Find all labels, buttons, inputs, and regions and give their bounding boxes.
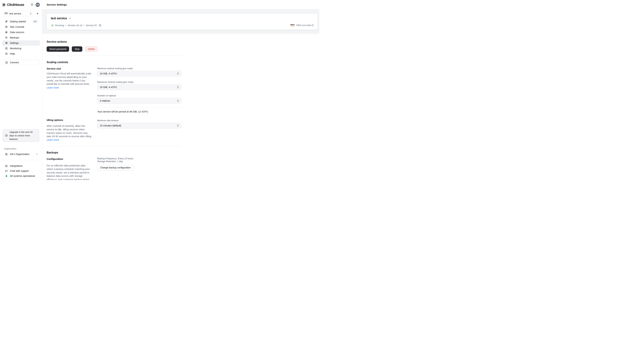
system-status-link[interactable]: All systems operational <box>2 173 40 178</box>
scaling-sub-divider <box>97 107 181 107</box>
reset-password-button[interactable]: Reset password <box>46 46 69 52</box>
min-scaling-value: 16 GiB, 4 vCPU <box>100 72 177 75</box>
service-size-description: ClickHouse Cloud will automatically scal… <box>46 72 92 86</box>
selected-service-name: test service <box>10 12 28 15</box>
max-scaling-value: 16 GiB, 4 vCPU <box>100 86 177 88</box>
system-status-label: All systems operational <box>10 175 35 177</box>
idle-timeout-value: 15 minutes (default) <box>100 124 177 127</box>
region-label: Ohio (us-east-2) <box>296 24 314 27</box>
connect-button[interactable]: Connect <box>3 60 39 65</box>
getting-started-progress-badge: 1/5 <box>32 20 38 23</box>
clickhouse-bars-icon <box>3 3 6 6</box>
history-icon <box>5 36 8 39</box>
user-avatar[interactable]: DA <box>36 3 40 7</box>
min-scaling-label: Minimum vertical scaling (per node) <box>97 67 181 70</box>
chevron-updown-icon <box>177 124 179 127</box>
upgrade-notice[interactable]: Upgrade in the next 30 days to unlock mo… <box>3 129 39 142</box>
chart-icon <box>5 47 8 50</box>
connect-label: Connect <box>10 61 19 64</box>
sidebar-item-label: SQL Console <box>10 26 24 28</box>
max-scaling-select[interactable]: 16 GiB, 4 vCPU <box>97 84 181 90</box>
sidebar-item-integrations[interactable]: Integrations <box>2 163 40 168</box>
pinned-summary: Your service will be pinned at 48 GiB, 1… <box>97 110 181 113</box>
organization-name: DA's Organization <box>10 153 29 155</box>
backup-frequency-text: Backup Frequency: Every 24 hours <box>97 157 181 160</box>
chat-bubble-icon <box>5 169 8 172</box>
brand-name: ClickHouse <box>7 3 24 7</box>
edit-pencil-icon[interactable] <box>68 17 71 20</box>
backup-description: For an effective data protection plan, s… <box>46 164 92 180</box>
scrollbar-gutter[interactable] <box>319 0 322 180</box>
delete-button[interactable]: Delete <box>85 46 98 52</box>
service-status-row: Running • Version 24.10 • Service ID <box>51 24 102 27</box>
service-card: test service Running • Version 24.10 • S… <box>46 14 318 30</box>
version-text: Version 24.10 <box>68 24 82 27</box>
chevron-right-icon <box>36 153 38 155</box>
aws-icon: aws <box>4 12 8 15</box>
storage-retention-text: Storage Retention: 1 day <box>97 160 181 163</box>
running-check-icon <box>51 24 54 27</box>
building-icon <box>5 153 8 155</box>
footer-item-label: Integrations <box>10 164 23 167</box>
notifications-bell-icon[interactable] <box>30 3 34 6</box>
max-scaling-label: Maximum vertical scaling (per node) <box>97 81 181 83</box>
status-green-dot-icon <box>6 175 7 177</box>
page-header: Service Settings <box>42 0 322 10</box>
sliders-icon <box>5 42 8 44</box>
data-sources-icon <box>5 31 8 34</box>
console-icon <box>5 26 8 28</box>
sidebar-item-monitoring[interactable]: Monitoring <box>2 46 40 51</box>
sidebar-item-backups[interactable]: Backups <box>2 35 40 40</box>
section-divider <box>46 146 181 146</box>
idling-learn-more-link[interactable]: Learn more <box>46 138 59 141</box>
backup-configuration-heading: Configuration <box>46 157 92 160</box>
idling-options-heading: Idling options <box>46 119 92 122</box>
service-selector[interactable]: aws test service <box>3 11 33 16</box>
chevron-updown-icon <box>30 12 32 15</box>
service-actions-heading: Service actions <box>46 40 181 44</box>
sidebar-item-settings[interactable]: Settings <box>2 40 40 46</box>
replicas-value: 3 replicas <box>100 99 177 102</box>
clock-icon <box>5 134 8 137</box>
footer-item-label: Chat with support <box>10 169 29 172</box>
page-title: Service Settings <box>46 3 67 6</box>
service-name: test service <box>51 17 67 20</box>
sidebar-item-chat-support[interactable]: Chat with support <box>2 168 40 173</box>
sidebar-footer: Integrations Chat with support All syste… <box>2 163 40 178</box>
organization-switcher[interactable]: DA's Organization <box>2 151 40 157</box>
region-info: aws Ohio (us-east-2) <box>290 24 314 27</box>
min-scaling-select[interactable]: 16 GiB, 4 vCPU <box>97 71 181 76</box>
chevron-updown-icon <box>177 99 179 102</box>
rocket-icon <box>5 20 8 23</box>
change-backup-configuration-button[interactable]: Change backup configuration <box>97 165 134 170</box>
sidebar-item-label: Monitoring <box>10 47 21 50</box>
chevron-updown-icon <box>177 86 179 88</box>
idling-description: After a period of inactivity, allow this… <box>46 124 92 142</box>
copy-icon[interactable] <box>99 24 102 27</box>
service-card-band: test service Running • Version 24.10 • S… <box>42 10 319 34</box>
upgrade-notice-text: Upgrade in the next 30 days to unlock mo… <box>10 130 38 141</box>
sidebar-item-label: Getting started <box>10 20 26 23</box>
idle-timeout-select[interactable]: 15 minutes (default) <box>97 123 181 128</box>
service-id-label: Service ID <box>86 24 97 27</box>
organization-section-label: Organization <box>4 147 16 150</box>
sidebar-nav: Getting started 1/5 SQL Console Data sou… <box>2 19 40 56</box>
connect-icon <box>5 61 8 64</box>
add-service-button[interactable] <box>36 12 40 16</box>
help-icon <box>5 52 8 55</box>
stop-button[interactable]: Stop <box>72 46 82 52</box>
aws-icon: aws <box>290 24 295 27</box>
sidebar-item-getting-started[interactable]: Getting started 1/5 <box>2 19 40 24</box>
clickhouse-logo[interactable]: ClickHouse <box>3 3 24 7</box>
service-size-heading: Service size <box>46 67 92 70</box>
section-divider <box>46 56 181 56</box>
separator-dot: • <box>84 24 84 27</box>
sidebar-item-help[interactable]: Help <box>2 51 40 56</box>
status-text: Running <box>55 24 64 27</box>
separator-dot: • <box>66 24 66 27</box>
sidebar-item-data-sources[interactable]: Data sources <box>2 30 40 35</box>
replicas-select[interactable]: 3 replicas <box>97 98 181 104</box>
settings-form: Service actions Reset password Stop Dele… <box>46 40 181 180</box>
sidebar-item-sql-console[interactable]: SQL Console <box>2 24 40 30</box>
scaling-learn-more-link[interactable]: Learn more <box>46 86 59 89</box>
